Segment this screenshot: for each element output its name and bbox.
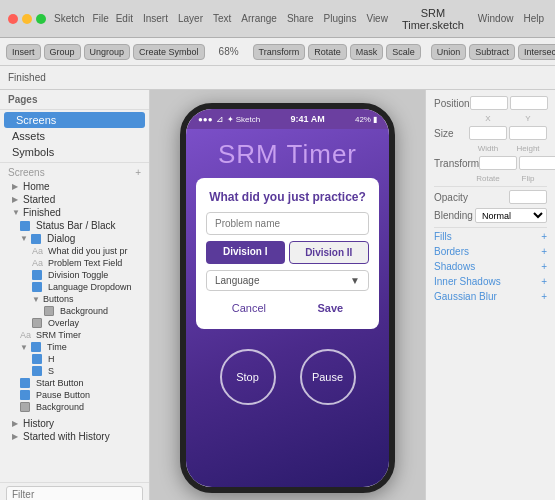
borders-add-icon[interactable]: + bbox=[541, 246, 547, 257]
tree-item-overlay[interactable]: Overlay bbox=[0, 317, 149, 329]
tree-item-division-toggle[interactable]: Division Toggle bbox=[0, 269, 149, 281]
menu-file[interactable]: File bbox=[93, 13, 109, 24]
tree-item-history[interactable]: ▶ History bbox=[0, 417, 149, 430]
fills-label[interactable]: Fills bbox=[434, 231, 452, 242]
menu-share[interactable]: Share bbox=[287, 13, 314, 24]
tree-item-finished[interactable]: ▼ Finished bbox=[0, 206, 149, 219]
tree-item-background[interactable]: Background bbox=[0, 305, 149, 317]
tree-item-problem-text-field[interactable]: Aa Problem Text Field bbox=[0, 257, 149, 269]
x-field[interactable] bbox=[470, 96, 508, 110]
ungroup-button[interactable]: Ungroup bbox=[84, 44, 131, 60]
stop-button[interactable]: Stop bbox=[220, 349, 276, 405]
arrow-icon: ▼ bbox=[20, 234, 28, 243]
width-field[interactable] bbox=[469, 126, 507, 140]
menu-edit[interactable]: Edit bbox=[116, 13, 133, 24]
tree-item-label: Background bbox=[60, 306, 108, 316]
arrow-icon: ▼ bbox=[20, 343, 28, 352]
rotate-field[interactable] bbox=[479, 156, 517, 170]
tree-item-label: Language Dropdown bbox=[48, 282, 132, 292]
tree-item-dialog[interactable]: ▼ Dialog bbox=[0, 232, 149, 245]
tree-item-started[interactable]: ▶ Started bbox=[0, 193, 149, 206]
tree-item-buttons[interactable]: ▼ Buttons bbox=[0, 293, 149, 305]
menu-window[interactable]: Window bbox=[478, 13, 514, 24]
rotate-button[interactable]: Rotate bbox=[308, 44, 347, 60]
insert-button[interactable]: Insert bbox=[6, 44, 41, 60]
close-button[interactable] bbox=[8, 14, 18, 24]
pause-button[interactable]: Pause bbox=[300, 349, 356, 405]
language-dropdown[interactable]: Language ▼ bbox=[206, 270, 369, 291]
battery-percentage: 42% bbox=[355, 115, 371, 124]
division-2-button[interactable]: Division II bbox=[289, 241, 370, 264]
shadows-label[interactable]: Shadows bbox=[434, 261, 475, 272]
problem-name-input[interactable] bbox=[206, 212, 369, 235]
union-button[interactable]: Union bbox=[431, 44, 467, 60]
gaussian-blur-label[interactable]: Gaussian Blur bbox=[434, 291, 497, 302]
pages-list: Screens Assets Symbols bbox=[0, 110, 149, 163]
tree-item-background2[interactable]: Background bbox=[0, 401, 149, 413]
rotate-flip-labels: Rotate Flip bbox=[434, 174, 547, 183]
menu-arrange[interactable]: Arrange bbox=[241, 13, 277, 24]
create-symbol-button[interactable]: Create Symbol bbox=[133, 44, 205, 60]
layer-icon bbox=[20, 390, 30, 400]
page-item-screens[interactable]: Screens bbox=[4, 112, 145, 128]
tree-item-home[interactable]: ▶ Home bbox=[0, 180, 149, 193]
tree-item-start-button[interactable]: Start Button bbox=[0, 377, 149, 389]
menu-view[interactable]: View bbox=[366, 13, 388, 24]
page-item-symbols[interactable]: Symbols bbox=[0, 144, 149, 160]
gaussian-blur-add-icon[interactable]: + bbox=[541, 291, 547, 302]
status-time: 9:41 AM bbox=[290, 114, 324, 124]
tree-item-label: Problem Text Field bbox=[48, 258, 122, 268]
minimize-button[interactable] bbox=[22, 14, 32, 24]
tree-item-language-dropdown[interactable]: Language Dropdown bbox=[0, 281, 149, 293]
filter-input[interactable] bbox=[6, 486, 143, 500]
intersect-button[interactable]: Intersect bbox=[518, 44, 555, 60]
transform-button[interactable]: Transform bbox=[253, 44, 306, 60]
dialog-box: What did you just practice? Division I D… bbox=[196, 178, 379, 329]
tree-item-s[interactable]: S bbox=[0, 365, 149, 377]
group-button[interactable]: Group bbox=[44, 44, 81, 60]
app-title: SRM Timer bbox=[218, 139, 357, 170]
menu-plugins[interactable]: Plugins bbox=[324, 13, 357, 24]
tree-item-srm-timer[interactable]: Aa SRM Timer bbox=[0, 329, 149, 341]
inner-shadows-label[interactable]: Inner Shadows bbox=[434, 276, 501, 287]
menu-text[interactable]: Text bbox=[213, 13, 231, 24]
maximize-button[interactable] bbox=[36, 14, 46, 24]
menu-help[interactable]: Help bbox=[523, 13, 544, 24]
tree-item-time[interactable]: ▼ Time bbox=[0, 341, 149, 353]
position-row: Position bbox=[434, 96, 547, 110]
mask-button[interactable]: Mask bbox=[350, 44, 384, 60]
wifi-icon: ⊿ bbox=[216, 114, 224, 124]
arrow-icon: ▼ bbox=[32, 295, 40, 304]
inner-shadows-add-icon[interactable]: + bbox=[541, 276, 547, 287]
pages-header: Pages bbox=[0, 90, 149, 110]
division-1-button[interactable]: Division I bbox=[206, 241, 285, 264]
save-button[interactable]: Save bbox=[302, 299, 360, 317]
cancel-button[interactable]: Cancel bbox=[216, 299, 282, 317]
y-field[interactable] bbox=[510, 96, 548, 110]
shadows-add-icon[interactable]: + bbox=[541, 261, 547, 272]
page-item-assets[interactable]: Assets bbox=[0, 128, 149, 144]
blending-select[interactable]: Normal bbox=[475, 208, 547, 223]
opacity-field[interactable] bbox=[509, 190, 547, 204]
status-battery: 42% ▮ bbox=[355, 115, 377, 124]
tree-item-pause-button[interactable]: Pause Button bbox=[0, 389, 149, 401]
borders-label[interactable]: Borders bbox=[434, 246, 469, 257]
transform-fields bbox=[479, 156, 555, 170]
flip-label: Flip bbox=[509, 174, 547, 183]
flip-field[interactable] bbox=[519, 156, 555, 170]
scale-button[interactable]: Scale bbox=[386, 44, 421, 60]
menu-insert[interactable]: Insert bbox=[143, 13, 168, 24]
menu-layer[interactable]: Layer bbox=[178, 13, 203, 24]
layer-icon bbox=[32, 270, 42, 280]
height-field[interactable] bbox=[509, 126, 547, 140]
tree-item-what-practice[interactable]: Aa What did you just pr bbox=[0, 245, 149, 257]
phone-status-bar: ●●● ⊿ ✦ Sketch 9:41 AM 42% ▮ bbox=[186, 109, 389, 129]
screens-add-icon[interactable]: + bbox=[135, 167, 141, 178]
tree-item-status-bar[interactable]: Status Bar / Black bbox=[0, 219, 149, 232]
tree-item-h[interactable]: H bbox=[0, 353, 149, 365]
dialog-actions: Cancel Save bbox=[206, 299, 369, 317]
fills-add-icon[interactable]: + bbox=[541, 231, 547, 242]
app-name: Sketch bbox=[54, 13, 85, 24]
tree-item-started-history[interactable]: ▶ Started with History bbox=[0, 430, 149, 443]
subtract-button[interactable]: Subtract bbox=[469, 44, 515, 60]
